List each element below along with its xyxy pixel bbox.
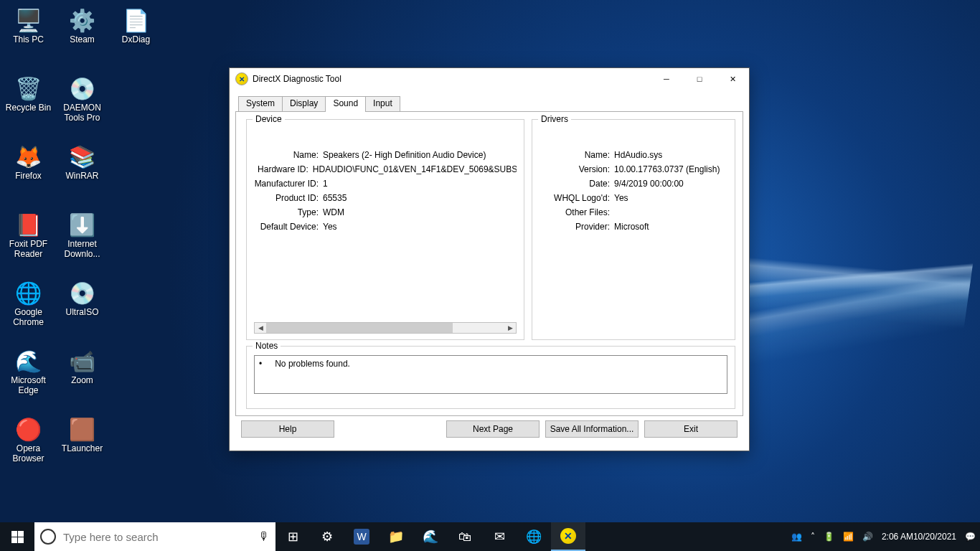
taskbar-settings[interactable]: ⚙	[310, 522, 344, 551]
desktop-icon-firefox[interactable]: 🦊Firefox	[1, 138, 55, 206]
tray-volume[interactable]: 🔊	[858, 522, 877, 551]
device-type-value: WDM	[323, 207, 344, 217]
search-input[interactable]	[63, 531, 253, 543]
device-legend: Device	[253, 114, 285, 124]
taskbar-mail[interactable]: ✉	[482, 522, 517, 551]
desktop-icon-winrar[interactable]: 📚WinRAR	[55, 138, 109, 206]
desktop-icon-this-pc[interactable]: 🖥️This PC	[1, 1, 55, 70]
firefox-icon: 🦊	[14, 142, 43, 171]
camera-icon: 📹	[68, 347, 97, 375]
tray-meet-now[interactable]: 👥	[787, 522, 806, 551]
desktop-icon-idm[interactable]: ⬇️Internet Downlo...	[55, 206, 109, 274]
chrome-icon: 🌐	[14, 278, 43, 307]
microphone-icon[interactable]: 🎙	[258, 530, 270, 543]
device-hwid-value: HDAUDIO\FUNC_01&VEN_14F1&DEV_5069&SUBSYS…	[313, 164, 517, 174]
driver-date-value: 9/4/2019 00:00:00	[614, 179, 684, 189]
disc-icon: 💿	[68, 278, 97, 307]
taskbar-edge[interactable]: 🌊	[413, 522, 448, 551]
save-all-button[interactable]: Save All Information...	[545, 420, 639, 438]
tab-system[interactable]: System	[238, 96, 283, 112]
desktop-icon-opera[interactable]: 🔴Opera Browser	[1, 410, 55, 479]
driver-whql-value: Yes	[614, 193, 628, 203]
wifi-icon: 📶	[843, 532, 854, 542]
windows-logo-icon	[11, 531, 24, 543]
people-icon: 👥	[791, 532, 802, 542]
chrome-icon: 🌐	[526, 529, 542, 545]
tab-display[interactable]: Display	[282, 96, 326, 112]
notification-icon: 💬	[965, 532, 976, 542]
exit-button[interactable]: Exit	[644, 420, 738, 438]
trash-icon: 🗑️	[14, 74, 43, 103]
minimize-button[interactable]: ─	[650, 68, 683, 90]
taskbar-search[interactable]: 🎙	[34, 522, 275, 551]
device-mfr-label: Manufacturer ID:	[254, 179, 319, 189]
device-name-value: Speakers (2- High Definition Audio Devic…	[323, 150, 486, 160]
close-button[interactable]: ✕	[716, 68, 749, 90]
monitor-icon: 🖥️	[14, 6, 43, 34]
notes-textbox: •No problems found.	[254, 355, 727, 394]
tray-wifi[interactable]: 📶	[839, 522, 858, 551]
device-prod-label: Product ID:	[254, 193, 319, 203]
driver-name-value: HdAudio.sys	[614, 150, 662, 160]
driver-date-label: Date:	[540, 179, 610, 189]
desktop-icon-dxdiag[interactable]: 📄DxDiag	[109, 1, 163, 70]
device-default-value: Yes	[323, 222, 337, 232]
scroll-right-icon[interactable]: ▶	[504, 323, 516, 333]
desktop-icon-foxit[interactable]: 📕Foxit PDF Reader	[1, 206, 55, 274]
maximize-button[interactable]: □	[683, 68, 716, 90]
scroll-track[interactable]	[266, 323, 504, 333]
battery-icon: 🔋	[824, 532, 834, 542]
driver-other-label: Other Files:	[540, 207, 610, 217]
notes-group: Notes •No problems found.	[246, 346, 735, 409]
device-hwid-label: Hardware ID:	[254, 164, 308, 174]
next-page-button[interactable]: Next Page	[446, 420, 540, 438]
opera-icon: 🔴	[14, 415, 43, 443]
desktop-icon-tlauncher[interactable]: 🟫TLauncher	[55, 410, 109, 479]
download-icon: ⬇️	[68, 210, 97, 239]
edge-icon: 🌊	[423, 529, 438, 545]
dxdiag-icon: ✕	[560, 528, 576, 544]
tray-overflow[interactable]: ˄	[806, 522, 819, 551]
tab-input[interactable]: Input	[365, 96, 400, 112]
document-icon: 📄	[122, 6, 151, 34]
device-hscrollbar[interactable]: ◀ ▶	[254, 322, 517, 334]
device-type-label: Type:	[254, 207, 319, 217]
window-title: DirectX Diagnostic Tool	[253, 74, 341, 84]
tab-sound[interactable]: Sound	[325, 96, 366, 112]
help-button[interactable]: Help	[241, 420, 334, 438]
taskbar-dxdiag[interactable]: ✕	[551, 522, 585, 551]
notes-text: No problems found.	[275, 359, 350, 369]
desktop-icon-recycle-bin[interactable]: 🗑️Recycle Bin	[1, 70, 55, 138]
drivers-group: Drivers Name:HdAudio.sys Version:10.00.1…	[532, 119, 735, 340]
desktop-icon-daemon[interactable]: 💿DAEMON Tools Pro	[55, 70, 109, 138]
taskbar-word[interactable]: W	[344, 522, 379, 551]
desktop-icon-steam[interactable]: ⚙️Steam	[55, 1, 109, 70]
taskbar-chrome[interactable]: 🌐	[517, 522, 551, 551]
driver-prov-value: Microsoft	[614, 222, 649, 232]
taskbar-store[interactable]: 🛍	[448, 522, 482, 551]
block-icon: 🟫	[68, 415, 97, 443]
titlebar[interactable]: ✕ DirectX Diagnostic Tool ─ □ ✕	[230, 68, 749, 90]
tray-clock[interactable]: 2:06 AM 10/20/2021	[877, 522, 961, 551]
start-button[interactable]	[0, 522, 34, 551]
folder-icon: 📁	[388, 529, 404, 545]
desktop-icon-zoom[interactable]: 📹Zoom	[55, 342, 109, 410]
desktop-icon-edge[interactable]: 🌊Microsoft Edge	[1, 342, 55, 410]
tray-notifications[interactable]: 💬	[961, 522, 980, 551]
taskbar-explorer[interactable]: 📁	[379, 522, 413, 551]
device-name-label: Name:	[254, 150, 319, 160]
tray-battery[interactable]: 🔋	[819, 522, 839, 551]
device-default-label: Default Device:	[254, 222, 319, 232]
clock-time: 2:06 AM	[882, 532, 913, 542]
search-icon	[40, 529, 56, 545]
scroll-left-icon[interactable]: ◀	[255, 323, 266, 333]
gear-icon: ⚙	[321, 529, 333, 545]
client-area: System Display Sound Input Device Name:S…	[235, 95, 743, 445]
task-view-button[interactable]: ⊞	[275, 522, 310, 551]
disc-icon: 💿	[68, 74, 97, 103]
desktop-icon-ultraiso[interactable]: 💿UltraISO	[55, 274, 109, 342]
driver-name-label: Name:	[540, 150, 610, 160]
desktop-icon-chrome[interactable]: 🌐Google Chrome	[1, 274, 55, 342]
scroll-thumb[interactable]	[266, 323, 453, 333]
device-mfr-value: 1	[323, 179, 328, 189]
